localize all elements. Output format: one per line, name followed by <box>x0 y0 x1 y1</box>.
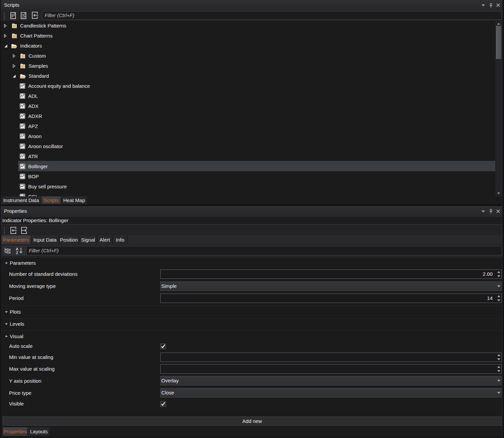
svg-text:Z: Z <box>16 251 18 254</box>
svg-text:P: P <box>11 13 15 18</box>
svg-text:S: S <box>22 13 25 18</box>
